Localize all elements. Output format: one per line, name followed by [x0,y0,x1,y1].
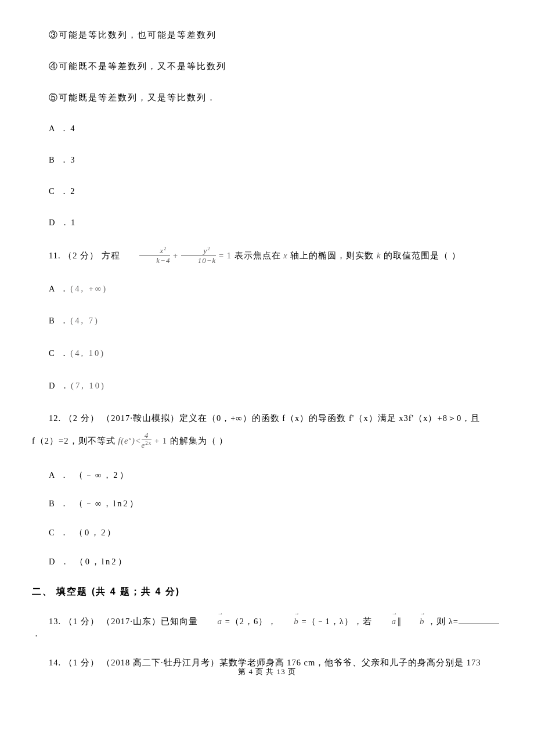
frac1-num-sup: 2 [164,246,167,251]
opt-b-label: B ． [49,316,70,325]
question-13: 13. （1 分） （2017·山东）已知向量 a =（2，6），b =（﹣1，… [32,614,502,641]
ineq-lhs-f: f(ex)< [118,436,141,445]
option-d: D ．1 [32,217,502,229]
frac1-num-var: x [160,247,164,255]
q12-line1: 12. （2 分） （2017·鞍山模拟）定义在（0，+∞）的函数 f（x）的导… [32,412,502,425]
fill-blank [459,624,499,624]
q13-mid1: =（2，6）， [222,617,277,626]
ineq-frac-num: 4 [142,431,152,440]
opt-d-label: D ． [49,381,71,390]
q13-prefix: 13. （1 分） （2017·山东）已知向量 [49,617,201,626]
opt-a-val: (4, +∞) [70,284,107,293]
opt-a-label: A ． [49,284,70,293]
option-a: A ．4 [32,123,502,135]
statement-3: ③可能是等比数列，也可能是等差数列 [32,29,502,42]
opt-b-val: (4, 7) [70,316,99,325]
eq-rhs: = 1 [216,251,232,260]
x-variable: x [283,251,287,260]
q11-prefix: 11. （2 分） 方程 [49,251,122,260]
q12-option-b: B ． （﹣∞，ln2） [32,498,502,510]
question-12: 12. （2 分） （2017·鞍山模拟）定义在（0，+∞）的函数 f（x）的导… [32,412,502,451]
ineq-frac-den-sup: 2x [145,440,151,446]
q11-option-c: C ．(4, 10) [32,347,502,360]
plus-sign: + [170,251,181,260]
frac2-num-sup: 2 [207,246,211,251]
option-b: B ．3 [32,154,502,167]
opt-c-val: (4, 10) [70,348,105,358]
vector-a2-icon: a [375,614,397,628]
q11-equation: x2k−4 + y210−k = 1 [122,247,232,265]
q11-option-d: D ．(7, 10) [32,380,502,393]
ineq-rhs: + 1 [151,436,167,445]
q12-option-c: C ． （0，2） [32,527,502,539]
q11-mid1: 表示焦点在 [232,251,283,260]
opt-d-val: (7, 10) [71,381,106,390]
ineq-lhs: f(e [118,436,128,445]
q12-line2-b: 的解集为（ ） [167,436,228,445]
q12-line2: f（2）=2，则不等式 f(ex)<4e2x + 1 的解集为（ ） [32,433,502,450]
section-2-heading: 二、 填空题 (共 4 题；共 4 分) [32,585,502,599]
opt-c-label: C ． [49,348,70,358]
frac1-den: k−4 [139,256,170,264]
parallel-symbol: ∥ [397,617,402,626]
q13-tail1: ，则 λ= [425,617,459,626]
q13-tail2: ． [32,629,41,638]
q13-mid2: =（﹣1，λ），若 [299,617,375,626]
frac2-den: 10−k [181,256,217,264]
statement-4: ④可能既不是等差数列，又不是等比数列 [32,60,502,73]
vector-a-icon: a [201,614,223,628]
q11-option-a: A ．(4, +∞) [32,283,502,296]
ineq-lhs-close: )< [132,436,142,445]
q12-option-d: D ． （0，ln2） [32,556,502,568]
q12-line2-a: f（2）=2，则不等式 [32,436,118,445]
q12-option-a: A ． （﹣∞，2） [32,469,502,482]
statement-5: ⑤可能既是等差数列，又是等比数列． [32,92,502,105]
vector-b-icon: b [277,614,299,628]
q12-inequality: f(ex)<4e2x + 1 [118,433,167,450]
q11-tail: 的取值范围是（ ） [381,251,460,260]
vector-b2-icon: b [403,614,425,628]
q11-mid2: 轴上的椭圆，则实数 [288,251,377,260]
question-11: 11. （2 分） 方程 x2k−4 + y210−k = 1 表示焦点在 x … [32,247,502,265]
option-c: C ．2 [32,185,502,198]
q11-option-b: B ．(4, 7) [32,315,502,327]
exam-page: ③可能是等比数列，也可能是等差数列 ④可能既不是等差数列，又不是等比数列 ⑤可能… [0,0,534,689]
